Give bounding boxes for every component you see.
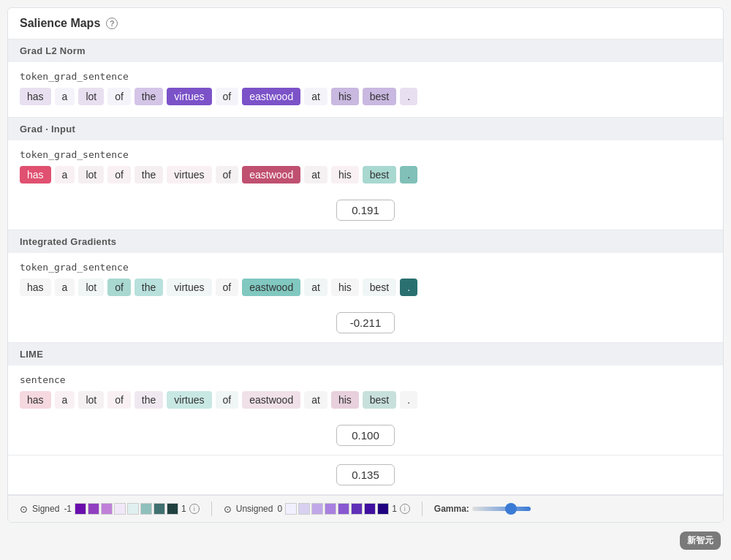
token-3-10: best: [363, 391, 396, 409]
section-grad-l2: Grad L2 Norm token_grad_sentence hasalot…: [8, 39, 723, 118]
token-3-6: of: [216, 391, 239, 409]
unsigned-swatches: [285, 503, 389, 515]
panel-header: Salience Maps ?: [8, 8, 723, 39]
section-label-grad-l2: Grad L2 Norm: [8, 39, 723, 62]
score-box-row-integrated: -0.211: [8, 308, 723, 342]
token-2-6: of: [216, 279, 239, 296]
token-row-2: hasalotofthevirtuesofeastwoodathisbest.: [20, 279, 711, 296]
token-1-6: of: [216, 166, 239, 183]
unsigned-swatch: [325, 503, 336, 515]
footer-bar: ⊙ Signed -1 1 i ⊙ Unsigned 0 1 i Gamma:: [8, 495, 723, 522]
gamma-group: Gamma:: [434, 504, 531, 514]
token-1-8: at: [304, 166, 327, 183]
unsigned-swatch: [351, 503, 363, 515]
token-2-8: at: [304, 279, 327, 296]
token-1-3: of: [107, 166, 131, 183]
section-label-integrated: Integrated Gradients: [8, 230, 723, 253]
unsigned-swatch: [338, 503, 349, 515]
signed-swatch: [127, 503, 139, 515]
score-box-sentence: 0.135: [336, 464, 395, 485]
signed-swatch: [88, 503, 99, 515]
score-box-row-lime: 0.100: [8, 420, 723, 455]
token-0-8: at: [304, 88, 327, 105]
signed-swatch: [75, 503, 86, 515]
token-3-0: has: [20, 391, 51, 409]
row-label-0: token_grad_sentence: [20, 71, 711, 82]
token-1-11: .: [400, 166, 417, 183]
token-1-7: eastwood: [242, 166, 300, 183]
token-3-5: virtues: [167, 391, 211, 409]
token-3-11: .: [400, 391, 417, 409]
unsigned-icon: ⊙: [224, 504, 232, 515]
token-row-container-0: token_grad_sentence hasalotofthevirtueso…: [8, 62, 723, 117]
unsigned-swatch: [285, 503, 297, 515]
signed-swatch: [101, 503, 113, 515]
token-0-2: lot: [78, 88, 104, 105]
token-0-3: of: [107, 88, 131, 105]
token-2-11: .: [400, 279, 417, 296]
token-1-1: a: [55, 166, 75, 183]
token-0-0: has: [20, 88, 51, 105]
token-0-10: best: [363, 88, 396, 105]
signed-swatch: [140, 503, 152, 515]
token-1-10: best: [363, 166, 396, 183]
token-2-1: a: [55, 279, 75, 296]
unsigned-legend: ⊙ Unsigned 0 1 i: [224, 503, 410, 515]
token-1-9: his: [331, 166, 359, 183]
unsigned-swatch: [298, 503, 310, 515]
token-3-8: at: [304, 391, 327, 409]
token-2-9: his: [331, 279, 359, 296]
token-0-7: eastwood: [242, 88, 300, 105]
token-1-5: virtues: [167, 166, 211, 183]
token-0-11: .: [400, 88, 417, 105]
signed-swatch: [154, 503, 165, 515]
score-box-row-sentence: 0.135: [8, 455, 723, 494]
panel-title: Salience Maps: [20, 17, 100, 30]
token-3-2: lot: [78, 391, 104, 409]
section-label-grad-input: Grad · Input: [8, 118, 723, 140]
row-label-2: token_grad_sentence: [20, 262, 711, 273]
token-2-5: virtues: [167, 279, 211, 296]
signed-swatch: [167, 503, 178, 515]
signed-info-icon[interactable]: i: [189, 504, 200, 514]
help-icon[interactable]: ?: [106, 18, 118, 29]
signed-icon: ⊙: [20, 504, 28, 515]
row-label-1: token_grad_sentence: [20, 149, 711, 160]
gamma-label: Gamma:: [434, 504, 469, 514]
token-row-container-1: token_grad_sentence hasalotofthevirtueso…: [8, 140, 723, 195]
token-row-container-2: token_grad_sentence hasalotofthevirtueso…: [8, 253, 723, 308]
signed-swatches: [75, 503, 178, 515]
unsigned-min: 0: [277, 504, 282, 514]
score-box-lime: 0.100: [336, 425, 395, 446]
unsigned-swatch: [377, 503, 389, 515]
section-lime: LIME sentence hasalotofthevirtuesofeastw…: [8, 343, 723, 455]
section-label-lime: LIME: [8, 343, 723, 366]
token-0-1: a: [55, 88, 75, 105]
token-2-10: best: [363, 279, 396, 296]
signed-label: Signed: [32, 504, 59, 514]
token-3-4: the: [135, 391, 163, 409]
divider-1: [211, 502, 212, 516]
gamma-slider[interactable]: [472, 507, 531, 511]
token-0-9: his: [331, 88, 359, 105]
signed-min: -1: [64, 504, 72, 514]
token-2-0: has: [20, 279, 51, 296]
unsigned-max: 1: [392, 504, 397, 514]
row-label-3: sentence: [20, 374, 711, 385]
score-box-row-grad-input: 0.191: [8, 195, 723, 230]
token-3-3: of: [107, 391, 131, 409]
token-0-6: of: [216, 88, 239, 105]
token-0-4: the: [135, 88, 163, 105]
token-row-3: hasalotofthevirtuesofeastwoodathisbest.: [20, 391, 711, 409]
score-box-grad-input: 0.191: [336, 200, 395, 221]
token-2-3: of: [107, 279, 131, 296]
token-0-5: virtues: [167, 88, 211, 105]
unsigned-swatch: [364, 503, 376, 515]
unsigned-info-icon[interactable]: i: [400, 504, 410, 514]
token-2-7: eastwood: [242, 279, 300, 296]
signed-max: 1: [181, 504, 186, 514]
token-3-1: a: [55, 391, 75, 409]
divider-2: [422, 502, 423, 516]
token-2-2: lot: [78, 279, 104, 296]
unsigned-swatch: [311, 503, 323, 515]
